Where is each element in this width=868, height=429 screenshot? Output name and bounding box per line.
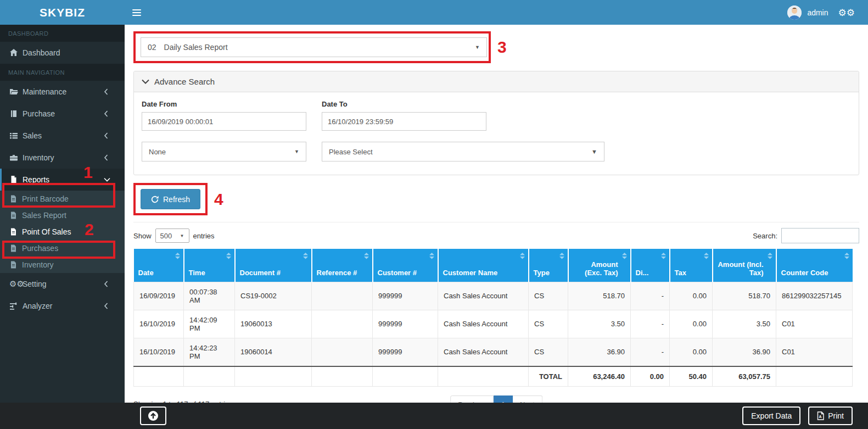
table-cell: 19060014	[235, 338, 312, 366]
table-cell: 3.50	[713, 310, 776, 338]
advance-search-title: Advance Search	[154, 77, 215, 86]
date-to-input[interactable]	[322, 112, 486, 131]
col-header-discount[interactable]: Di...	[631, 249, 670, 282]
table-cell: 999999	[373, 338, 438, 366]
table-cell: C01	[776, 310, 853, 338]
sidebar-item-reports[interactable]: Reports	[0, 169, 125, 191]
sidebar-section-dashboard: DASHBOARD	[0, 25, 125, 42]
reports-submenu: Print Barcode Sales Report Point Of Sale…	[0, 191, 125, 273]
table-row: 16/10/2019 14:42:23 PM 19060014 999999 C…	[134, 338, 853, 366]
svg-text:A: A	[819, 415, 822, 419]
sidebar-item-label: Maintenance	[23, 87, 104, 96]
print-button[interactable]: A Print	[808, 406, 853, 425]
file-text-icon	[10, 195, 22, 203]
filter-select-none[interactable]: None ▼	[142, 142, 306, 161]
chevron-down-icon	[142, 79, 149, 84]
sidebar-item-dashboard[interactable]: Dashboard	[0, 42, 125, 64]
table-cell: 16/10/2019	[134, 338, 184, 366]
table-cell	[134, 366, 184, 387]
sidebar-item-purchase[interactable]: Purchase	[0, 103, 125, 125]
report-type-select[interactable]: 02 Daily Sales Report ▼	[141, 37, 487, 57]
table-cell: 999999	[373, 282, 438, 310]
col-header-time[interactable]: Time	[184, 249, 235, 282]
col-header-customer-name[interactable]: Customer Name	[438, 249, 529, 282]
col-header-reference[interactable]: Reference #	[312, 249, 373, 282]
table-cell	[312, 366, 373, 387]
annotation-number-4: 4	[214, 190, 223, 209]
sidebar-item-analyzer[interactable]: Analyzer	[0, 295, 125, 317]
entries-label: entries	[193, 232, 215, 240]
home-icon	[9, 48, 23, 57]
table-cell: 19060013	[235, 310, 312, 338]
col-header-date[interactable]: Date	[134, 249, 184, 282]
report-selector-row: 02 Daily Sales Report ▼ 3	[133, 31, 859, 63]
sidebar-item-sales[interactable]: Sales	[0, 125, 125, 147]
show-label: Show	[133, 232, 152, 240]
previous-page-button[interactable]: Previous	[450, 395, 494, 403]
date-from-group: Date From	[142, 100, 306, 131]
col-header-counter-code[interactable]: Counter Code	[776, 249, 853, 282]
table-cell: 0.00	[670, 282, 713, 310]
user-menu[interactable]: admin	[787, 5, 828, 20]
total-discount: 0.00	[631, 366, 670, 387]
submenu-item-print-barcode[interactable]: Print Barcode	[0, 191, 125, 207]
settings-gears-icon[interactable]: ⚙⚙	[838, 7, 855, 18]
col-header-amount-exc[interactable]: Amount (Exc. Tax)	[568, 249, 631, 282]
table-cell	[312, 282, 373, 310]
hamburger-icon	[132, 8, 141, 18]
footer-bar: Export Data A Print	[0, 403, 868, 429]
sidebar-item-inventory[interactable]: Inventory	[0, 147, 125, 169]
sidebar-item-maintenance[interactable]: Maintenance	[0, 81, 125, 103]
col-header-customer-no[interactable]: Customer #	[373, 249, 438, 282]
sort-icon	[520, 253, 525, 259]
refresh-row: Refresh 4	[133, 183, 859, 215]
next-page-button[interactable]: Next	[513, 395, 542, 403]
filter-select-please[interactable]: Please Select ▼	[322, 142, 604, 161]
submenu-item-label: Sales Report	[22, 211, 66, 220]
page-size-select[interactable]: 500 ▼	[155, 229, 189, 243]
submenu-item-sales-report[interactable]: Sales Report	[0, 207, 125, 224]
refresh-icon	[151, 196, 159, 203]
chevron-left-icon	[104, 110, 117, 117]
table-cell: 14:42:23 PM	[184, 338, 235, 366]
col-header-tax[interactable]: Tax	[670, 249, 713, 282]
page-1-button[interactable]: 1	[494, 395, 513, 403]
section-divider	[133, 222, 859, 222]
total-amount-incl: 63,057.75	[713, 366, 776, 387]
chevron-left-icon	[104, 132, 117, 139]
col-header-type[interactable]: Type	[529, 249, 568, 282]
sort-icon	[768, 253, 772, 259]
caret-down-icon: ▼	[180, 233, 184, 238]
table-row: 16/10/2019 14:42:09 PM 19060013 999999 C…	[134, 310, 853, 338]
submenu-item-purchases[interactable]: Purchases	[0, 240, 125, 257]
submenu-item-inventory[interactable]: Inventory	[0, 257, 125, 273]
table-cell: Cash Sales Account	[438, 338, 529, 366]
total-amount-exc: 63,246.40	[568, 366, 631, 387]
show-entries-group: Show 500 ▼ entries	[133, 229, 215, 243]
col-header-amount-incl[interactable]: Amount (Incl. Tax)	[713, 249, 776, 282]
app-logo[interactable]: SKYBIZ	[0, 0, 125, 25]
search-input[interactable]	[781, 228, 859, 243]
chevron-left-icon	[104, 154, 117, 161]
col-header-document[interactable]: Document #	[235, 249, 312, 282]
sidebar-item-label: Setting	[23, 280, 104, 288]
export-data-button[interactable]: Export Data	[742, 406, 800, 425]
sidebar-item-setting[interactable]: ⚙⚙ Setting	[0, 273, 125, 295]
refresh-button[interactable]: Refresh	[141, 189, 200, 209]
advance-search-header[interactable]: Advance Search	[134, 71, 859, 92]
submenu-item-point-of-sales[interactable]: Point Of Sales	[0, 224, 125, 240]
table-cell	[235, 366, 312, 387]
table-footer-row: Showing 1 to 117 of 117 entries Previous…	[133, 395, 859, 403]
caret-down-icon: ▼	[475, 44, 480, 50]
table-cell	[184, 366, 235, 387]
date-from-input[interactable]	[142, 112, 306, 131]
table-cell: Cash Sales Account	[438, 282, 529, 310]
sliders-icon	[9, 302, 23, 310]
table-cell: CS	[529, 282, 568, 310]
table-cell	[438, 366, 529, 387]
sidebar-toggle-button[interactable]	[125, 0, 149, 25]
scroll-to-top-button[interactable]	[140, 406, 166, 425]
table-cell: -	[631, 338, 670, 366]
sales-report-table: Date Time Document # Reference # Custome…	[133, 249, 853, 387]
export-data-label: Export Data	[751, 411, 792, 420]
